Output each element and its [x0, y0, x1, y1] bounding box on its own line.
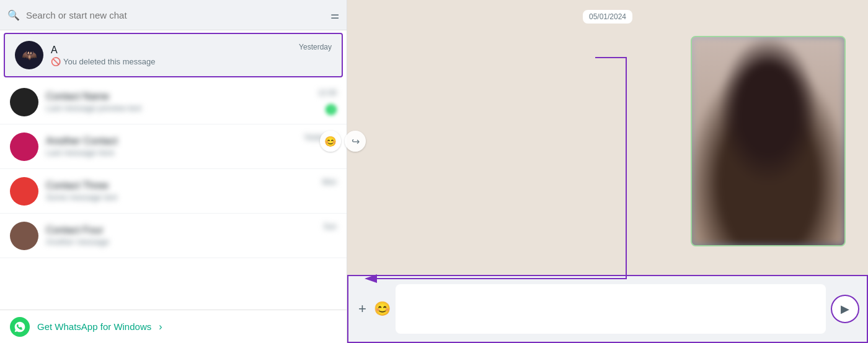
- deleted-icon: 🚫: [51, 57, 61, 66]
- message-input[interactable]: [396, 284, 826, 334]
- avatar: [10, 88, 38, 116]
- filter-icon[interactable]: ⚌: [330, 9, 339, 21]
- chat-content: Contact Three Some message text: [46, 180, 337, 202]
- chat-time: Mon: [322, 178, 337, 186]
- chat-item[interactable]: Contact Four Another message Sun: [0, 214, 347, 258]
- chat-preview: Another message: [46, 237, 337, 246]
- chat-content: Another Contact Last message here: [46, 136, 337, 157]
- forward-icon: ↪: [352, 136, 360, 147]
- whatsapp-icon: [10, 317, 30, 337]
- reaction-bar: 😊 ↪: [320, 131, 366, 152]
- emoji-icon: 😊: [324, 136, 337, 147]
- forward-button[interactable]: ↪: [345, 131, 366, 152]
- emoji-picker-button[interactable]: 😊: [374, 301, 391, 317]
- footer-text[interactable]: Get WhatsApp for Windows: [37, 321, 151, 332]
- search-input[interactable]: [26, 10, 324, 20]
- message-input-area: + 😊 ▶: [347, 275, 868, 343]
- avatar: 🦇: [15, 41, 43, 69]
- chat-item[interactable]: Contact Three Some message text Mon: [0, 169, 347, 214]
- person-photo-blurred: [692, 37, 844, 245]
- photo-bubble: [691, 36, 846, 246]
- avatar: [10, 222, 38, 250]
- chat-list: 🦇 A 🚫 You deleted this message Yesterday…: [0, 30, 347, 310]
- chat-name: Contact Four: [46, 225, 337, 236]
- photo-message-container: 😊 ↪: [357, 36, 858, 246]
- unread-badge: 3: [326, 104, 337, 115]
- sidebar: 🔍 ⚌ 🦇 A 🚫 You deleted this message Yeste…: [0, 0, 347, 343]
- chat-item-active[interactable]: 🦇 A 🚫 You deleted this message Yesterday: [4, 33, 343, 77]
- chat-preview: Last message preview text: [46, 103, 337, 113]
- emoji-react-button[interactable]: 😊: [320, 131, 341, 152]
- chat-item[interactable]: Contact Name Last message preview text 1…: [0, 80, 347, 124]
- deleted-text: You deleted this message: [63, 57, 155, 66]
- chat-time: 12:30: [318, 89, 337, 97]
- chat-content: Contact Name Last message preview text: [46, 91, 337, 113]
- send-button[interactable]: ▶: [831, 295, 859, 323]
- attach-button[interactable]: +: [356, 298, 369, 319]
- chat-preview: 🚫 You deleted this message: [51, 57, 332, 66]
- chat-name: Another Contact: [46, 136, 337, 147]
- date-badge: 05/01/2024: [583, 10, 632, 24]
- chat-time: Sun: [324, 222, 337, 231]
- footer-arrow-icon: ›: [159, 321, 162, 332]
- chat-content: Contact Four Another message: [46, 225, 337, 246]
- search-bar: 🔍 ⚌: [0, 0, 347, 30]
- avatar: [10, 177, 38, 206]
- chat-name: A: [51, 45, 332, 56]
- chat-time: Yesterday: [299, 43, 332, 51]
- send-icon: ▶: [841, 302, 849, 316]
- chat-item[interactable]: Another Contact Last message here Yester…: [0, 124, 347, 169]
- search-icon: 🔍: [7, 9, 20, 21]
- chat-preview: Last message here: [46, 148, 337, 157]
- avatar: [10, 132, 38, 161]
- chat-content: A 🚫 You deleted this message: [51, 45, 332, 66]
- sidebar-footer: Get WhatsApp for Windows ›: [0, 310, 347, 343]
- chat-panel: 05/01/2024 😊 ↪: [347, 0, 868, 343]
- chat-preview: Some message text: [46, 193, 337, 202]
- chat-messages-area: 05/01/2024 😊 ↪: [347, 0, 868, 275]
- chat-name: Contact Name: [46, 91, 337, 102]
- chat-name: Contact Three: [46, 180, 337, 191]
